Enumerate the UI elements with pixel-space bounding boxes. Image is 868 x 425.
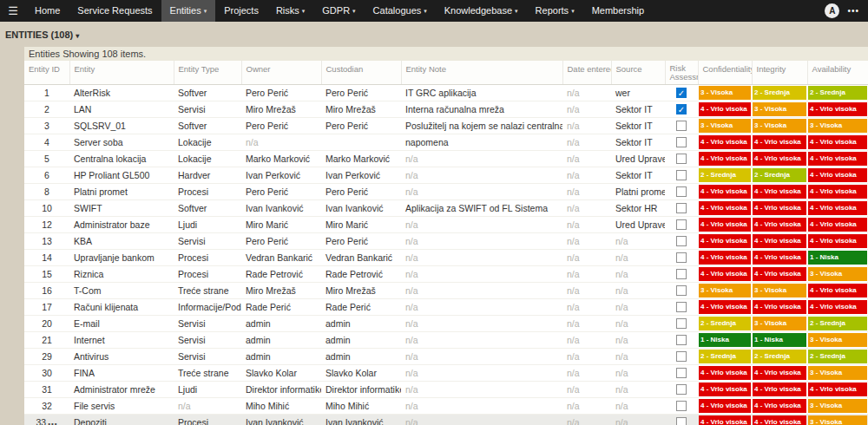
nav-item-gdpr[interactable]: GDPR▾ (313, 0, 364, 22)
collection-dropdown[interactable]: ENTITIES (108)▾ (5, 29, 79, 40)
risk-assessment-checkbox[interactable]: ✓ (676, 88, 687, 98)
risk-assessment-checkbox[interactable] (676, 269, 687, 279)
cell-confidentiality: 4 - Vrlo visoka (698, 134, 752, 151)
table-row[interactable]: 15RiznicaProcesiRade PetrovićRade Petrov… (24, 266, 868, 283)
cell-source: Sektor IT (611, 118, 665, 134)
column-header-entity[interactable]: Entity (69, 61, 174, 85)
risk-assessment-checkbox[interactable] (676, 302, 687, 312)
table-row[interactable]: 16T-ComTreće straneMiro MrežašMiro Mreža… (24, 283, 868, 299)
risk-assessment-checkbox[interactable] (676, 417, 687, 425)
user-avatar[interactable]: A (825, 3, 839, 18)
risk-assessment-checkbox[interactable] (676, 203, 687, 213)
risk-assessment-checkbox[interactable] (676, 384, 687, 395)
cell-source: Ured Uprave (611, 151, 665, 167)
column-header-date-entered[interactable]: Date entered (562, 61, 611, 85)
table-row[interactable]: 13KBAServisiPero PerićPero Perićn/an/an/… (24, 233, 868, 250)
risk-assessment-checkbox[interactable] (676, 170, 687, 180)
table-row[interactable]: 10SWIFTSoftverIvan IvankovićIvan Ivankov… (24, 200, 868, 217)
column-header-risk-assessm[interactable]: Risk Assessm (665, 61, 698, 85)
risk-assessment-checkbox[interactable] (676, 351, 687, 362)
risk-assessment-checkbox[interactable] (676, 252, 687, 263)
table-row[interactable]: 17Računi klijenataInformacije/PodaciRade… (24, 299, 868, 316)
risk-assessment-checkbox[interactable] (676, 121, 687, 131)
cell-confidentiality: 4 - Vrlo visoka (698, 398, 752, 415)
cell-confidentiality: 2 - Srednja (698, 316, 752, 332)
nav-item-reports[interactable]: Reports▾ (527, 0, 583, 22)
cell-note: n/a (401, 332, 562, 349)
cell-confidentiality: 4 - Vrlo visoka (698, 233, 752, 250)
table-row[interactable]: 8Platni prometProcesiPero PerićPero Peri… (24, 184, 868, 200)
table-row[interactable]: 21InternetServisiadminadminn/an/an/a1 - … (24, 332, 868, 349)
cell-risk-assessment (665, 184, 698, 200)
cell-custodian: Miro Mrežaš (321, 283, 401, 299)
table-row[interactable]: 20E-mailServisiadminadminn/an/an/a2 - Sr… (24, 316, 868, 332)
availability-badge: 3 - Visoka (808, 415, 867, 425)
cell-confidentiality: 4 - Vrlo visoka (698, 299, 752, 316)
column-header-owner[interactable]: Owner (241, 61, 321, 85)
risk-assessment-checkbox[interactable] (676, 368, 687, 378)
risk-assessment-checkbox[interactable]: ✓ (676, 104, 687, 114)
table-row[interactable]: 33•••DepozitiProcesiIvan IvankovićIvan I… (24, 415, 868, 425)
cell-owner: Ivan Ivanković (241, 415, 321, 425)
cell-custodian: admin (321, 332, 401, 349)
column-header-entity-id[interactable]: Entity ID (24, 61, 69, 85)
confidentiality-badge: 4 - Vrlo visoka (699, 251, 751, 265)
row-actions-icon[interactable]: ••• (48, 420, 57, 425)
cell-confidentiality: 4 - Vrlo visoka (698, 415, 752, 425)
table-row[interactable]: 29AntivirusServisiadminadminn/an/an/a2 -… (24, 349, 868, 365)
table-row[interactable]: 2LANServisiMiro MrežašMiro MrežašInterna… (24, 101, 868, 118)
table-row[interactable]: 4Server sobaLokacijen/anapomenan/aSektor… (24, 134, 868, 151)
cell-owner: Pero Perić (241, 118, 321, 134)
column-header-source[interactable]: Source (611, 61, 665, 85)
cell-availability: 4 - Vrlo visoka (807, 200, 868, 217)
cell-type: Ljudi (174, 382, 241, 398)
table-row[interactable]: 31Administrator mrežeLjudiDirektor infor… (24, 382, 868, 398)
nav-item-label: GDPR (322, 5, 350, 16)
risk-assessment-checkbox[interactable] (676, 285, 687, 296)
cell-note: IT GRC aplikacija (401, 85, 562, 101)
column-header-availability[interactable]: Availability (807, 61, 868, 85)
risk-assessment-checkbox[interactable] (676, 154, 687, 164)
nav-item-knowledgebase[interactable]: Knowledgebase▾ (436, 0, 527, 22)
nav-item-service-requests[interactable]: Service Requests (69, 0, 161, 22)
table-row[interactable]: 12Administrator bazeLjudiMiro MarićMiro … (24, 217, 868, 233)
risk-assessment-checkbox[interactable] (676, 219, 687, 230)
column-header-integrity[interactable]: Integrity (752, 61, 807, 85)
nav-item-home[interactable]: Home (26, 0, 69, 22)
integrity-badge: 4 - Vrlo visoka (753, 300, 806, 314)
cell-risk-assessment (665, 299, 698, 316)
risk-assessment-checkbox[interactable] (676, 335, 687, 345)
table-row[interactable]: 32File servisn/aMiho MihićMiho Mihićn/an… (24, 398, 868, 415)
risk-assessment-checkbox[interactable] (676, 401, 687, 411)
cell-entity: HP Proliant GL500 (69, 167, 174, 184)
column-header-entity-note[interactable]: Entity Note (401, 61, 562, 85)
cell-confidentiality: 4 - Vrlo visoka (698, 217, 752, 233)
nav-item-projects[interactable]: Projects (215, 0, 267, 22)
table-row[interactable]: 3SQLSRV_01SoftverPero PerićPero PerićPos… (24, 118, 868, 134)
cell-risk-assessment (665, 332, 698, 349)
risk-assessment-checkbox[interactable] (676, 236, 687, 246)
column-header-confidentiality[interactable]: Confidentiality (698, 61, 752, 85)
cell-id: 12 (24, 217, 69, 233)
table-row[interactable]: 30FINATreće straneSlavko KolarSlavko Kol… (24, 365, 868, 382)
nav-item-risks[interactable]: Risks▾ (267, 0, 313, 22)
nav-item-entities[interactable]: Entities▾ (161, 0, 216, 22)
entities-table: Entity IDEntityEntity TypeOwnerCustodian… (24, 61, 868, 425)
table-row[interactable]: 14Upravljanje bankomProcesiVedran Bankar… (24, 250, 868, 266)
table-row[interactable]: 6HP Proliant GL500HardverIvan PerkovićIv… (24, 167, 868, 184)
table-row[interactable]: 5Centralna lokacijaLokacijeMarko Markovi… (24, 151, 868, 167)
risk-assessment-checkbox[interactable] (676, 137, 687, 147)
cell-date: n/a (562, 398, 611, 415)
availability-badge: 2 - Srednja (808, 350, 867, 363)
nav-item-catalogues[interactable]: Catalogues▾ (365, 0, 436, 22)
overflow-menu-icon[interactable]: ••• (847, 6, 859, 16)
column-header-custodian[interactable]: Custodian (321, 61, 401, 85)
cell-source: n/a (611, 349, 665, 365)
risk-assessment-checkbox[interactable] (676, 186, 687, 197)
nav-item-membership[interactable]: Membership (583, 0, 654, 22)
hamburger-menu-icon[interactable]: ☰ (0, 0, 26, 22)
column-header-entity-type[interactable]: Entity Type (174, 61, 241, 85)
table-row[interactable]: 1AlterRiskSoftverPero PerićPero PerićIT … (24, 85, 868, 101)
risk-assessment-checkbox[interactable] (676, 318, 687, 329)
cell-id: 10 (24, 200, 69, 217)
